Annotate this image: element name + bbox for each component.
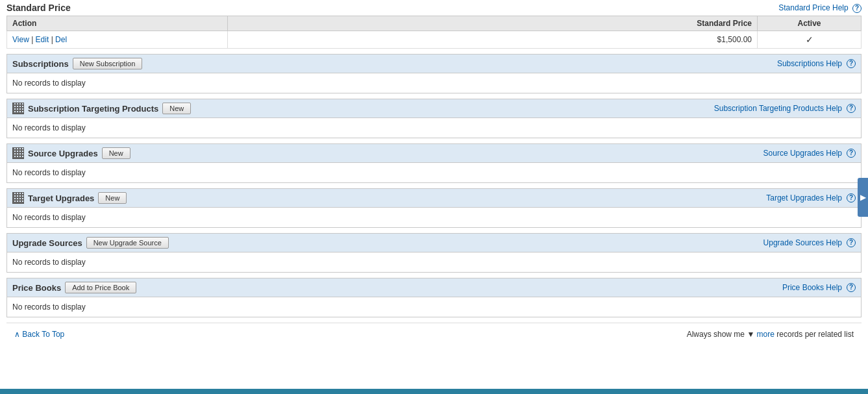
no-records-text: No records to display xyxy=(12,121,86,135)
back-to-top-link[interactable]: Back To Top xyxy=(14,330,64,339)
section-content-source-upgrades: No records to display xyxy=(7,163,861,182)
no-records-text: No records to display xyxy=(12,300,86,314)
help-icon-subscription-targeting-products[interactable]: ? xyxy=(847,104,856,113)
sidebar-handle[interactable]: ▶ xyxy=(858,178,868,217)
section-content-upgrade-sources: No records to display xyxy=(7,252,861,272)
section-header-left-subscriptions: SubscriptionsNew Subscription xyxy=(12,58,142,69)
section-title-source-upgrades: Source Upgrades xyxy=(28,149,98,158)
grid-icon xyxy=(12,103,24,114)
no-records-text: No records to display xyxy=(12,76,86,90)
table-row: View | Edit | Del $1,500.00 ✓ xyxy=(7,31,862,49)
help-icon-source-upgrades[interactable]: ? xyxy=(847,149,856,158)
help-link-subscription-targeting-products[interactable]: Subscription Targeting Products Help xyxy=(714,104,842,113)
sections-container: SubscriptionsNew SubscriptionSubscriptio… xyxy=(0,54,868,317)
section-header-left-upgrade-sources: Upgrade SourcesNew Upgrade Source xyxy=(12,237,169,249)
section-header-subscriptions: SubscriptionsNew SubscriptionSubscriptio… xyxy=(7,55,861,73)
section-header-left-price-books: Price BooksAdd to Price Book xyxy=(12,282,136,293)
section-content-subscriptions: No records to display xyxy=(7,73,861,93)
help-icon-subscriptions[interactable]: ? xyxy=(847,59,856,68)
section-header-price-books: Price BooksAdd to Price BookPrice Books … xyxy=(7,278,861,297)
help-link-price-books[interactable]: Price Books Help xyxy=(782,283,842,292)
section-upgrade-sources: Upgrade SourcesNew Upgrade SourceUpgrade… xyxy=(6,233,862,273)
records-note: Always show me ▼ more records per relate… xyxy=(687,330,854,339)
standard-price-header: Standard Price Standard Price Help ? xyxy=(6,3,862,16)
edit-link[interactable]: Edit xyxy=(36,35,49,44)
col-action: Action xyxy=(7,16,228,31)
col-standard-price: Standard Price xyxy=(228,16,758,31)
standard-price-section: Standard Price Standard Price Help ? Act… xyxy=(0,0,868,49)
section-header-target-upgrades: Target UpgradesNewTarget Upgrades Help? xyxy=(7,189,861,208)
section-subscription-targeting-products: Subscription Targeting ProductsNewSubscr… xyxy=(6,99,862,138)
section-title-price-books: Price Books xyxy=(12,283,61,293)
standard-price-table: Action Standard Price Active View | Edit… xyxy=(6,16,862,49)
standard-price-help-area: Standard Price Help ? xyxy=(778,3,862,13)
records-note-prefix: Always show me xyxy=(687,330,745,339)
section-target-upgrades: Target UpgradesNewTarget Upgrades Help?N… xyxy=(6,188,862,228)
no-records-text: No records to display xyxy=(12,210,86,225)
more-records-link[interactable]: more xyxy=(757,330,775,339)
records-note-suffix: records per related list xyxy=(776,330,854,339)
section-price-books: Price BooksAdd to Price BookPrice Books … xyxy=(6,278,862,317)
section-source-upgrades: Source UpgradesNewSource Upgrades Help?N… xyxy=(6,143,862,183)
section-header-right-source-upgrades: Source Upgrades Help? xyxy=(763,149,856,158)
section-title-target-upgrades: Target Upgrades xyxy=(28,193,94,203)
del-link[interactable]: Del xyxy=(55,35,67,44)
section-title-subscriptions: Subscriptions xyxy=(12,59,69,69)
new-button-subscriptions[interactable]: New Subscription xyxy=(73,58,143,69)
section-header-right-subscription-targeting-products: Subscription Targeting Products Help? xyxy=(714,104,856,113)
new-button-price-books[interactable]: Add to Price Book xyxy=(65,282,136,293)
help-link-upgrade-sources[interactable]: Upgrade Sources Help xyxy=(763,238,842,247)
section-header-source-upgrades: Source UpgradesNewSource Upgrades Help? xyxy=(7,144,861,163)
standard-price-title: Standard Price xyxy=(6,3,71,13)
section-title-subscription-targeting-products: Subscription Targeting Products xyxy=(28,104,158,114)
page-wrapper: Standard Price Standard Price Help ? Act… xyxy=(0,0,868,394)
help-icon-price-books[interactable]: ? xyxy=(847,283,856,292)
section-header-left-source-upgrades: Source UpgradesNew xyxy=(12,147,130,159)
help-link-source-upgrades[interactable]: Source Upgrades Help xyxy=(763,149,842,158)
section-header-left-target-upgrades: Target UpgradesNew xyxy=(12,192,127,204)
section-title-upgrade-sources: Upgrade Sources xyxy=(12,238,82,248)
help-icon-standard-price[interactable]: ? xyxy=(852,4,862,13)
col-active: Active xyxy=(758,16,862,31)
help-link-subscriptions[interactable]: Subscriptions Help xyxy=(777,59,842,68)
new-button-upgrade-sources[interactable]: New Upgrade Source xyxy=(86,237,169,249)
help-icon-upgrade-sources[interactable]: ? xyxy=(847,238,856,247)
grid-icon xyxy=(12,192,24,204)
dropdown-arrow: ▼ xyxy=(747,330,756,339)
bottom-bar: Back To Top Always show me ▼ more record… xyxy=(6,323,862,345)
grid-icon xyxy=(12,147,24,159)
view-link[interactable]: View xyxy=(12,35,29,44)
section-header-right-subscriptions: Subscriptions Help? xyxy=(777,59,856,68)
new-button-subscription-targeting-products[interactable]: New xyxy=(162,103,191,114)
no-records-text: No records to display xyxy=(12,255,86,269)
new-button-source-upgrades[interactable]: New xyxy=(102,147,130,159)
help-link-target-upgrades[interactable]: Target Upgrades Help xyxy=(766,193,842,203)
section-content-target-upgrades: No records to display xyxy=(7,208,861,227)
teal-bar xyxy=(0,389,868,394)
section-header-left-subscription-targeting-products: Subscription Targeting ProductsNew xyxy=(12,103,191,114)
section-header-right-upgrade-sources: Upgrade Sources Help? xyxy=(763,238,856,247)
new-button-target-upgrades[interactable]: New xyxy=(98,192,127,204)
action-cell: View | Edit | Del xyxy=(7,31,228,49)
no-records-text: No records to display xyxy=(12,166,86,180)
section-subscriptions: SubscriptionsNew SubscriptionSubscriptio… xyxy=(6,54,862,93)
section-header-upgrade-sources: Upgrade SourcesNew Upgrade SourceUpgrade… xyxy=(7,234,861,252)
section-content-price-books: No records to display xyxy=(7,297,861,317)
section-content-subscription-targeting-products: No records to display xyxy=(7,118,861,138)
active-checkmark: ✓ xyxy=(758,31,862,49)
section-header-right-target-upgrades: Target Upgrades Help? xyxy=(766,193,856,203)
section-header-subscription-targeting-products: Subscription Targeting ProductsNewSubscr… xyxy=(7,99,861,118)
help-icon-target-upgrades[interactable]: ? xyxy=(847,193,856,203)
standard-price-value: $1,500.00 xyxy=(228,31,758,49)
sidebar-arrow-icon: ▶ xyxy=(860,193,866,202)
section-header-right-price-books: Price Books Help? xyxy=(782,283,856,292)
standard-price-help-link[interactable]: Standard Price Help xyxy=(778,3,848,12)
